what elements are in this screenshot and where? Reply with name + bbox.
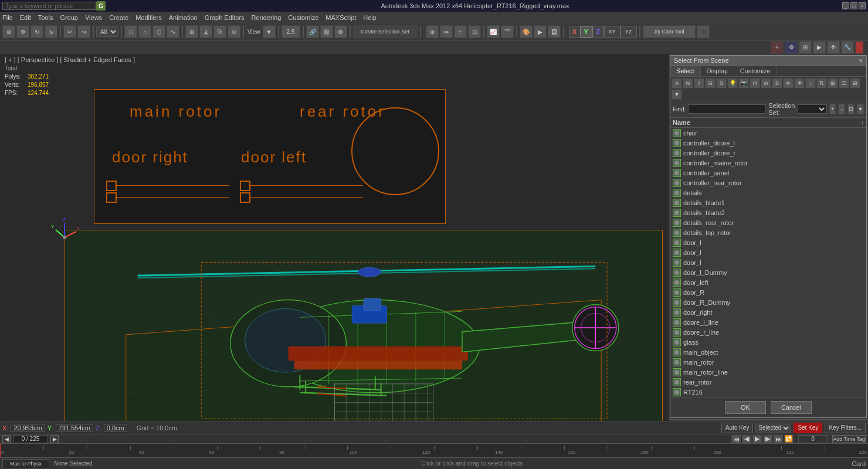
scene-item[interactable]: details_top_rotor <box>670 227 866 237</box>
maximize-button[interactable]: □ <box>850 2 857 9</box>
search-input[interactable] <box>2 2 96 10</box>
tb-shape[interactable]: S <box>716 78 727 89</box>
scene-item[interactable]: door_R <box>670 287 866 297</box>
undo-btn[interactable]: ↩ <box>63 25 76 38</box>
redo-btn[interactable]: ↪ <box>77 25 90 38</box>
sel-add-btn[interactable]: + <box>829 104 836 114</box>
sel-arrow-btn[interactable]: ▼ <box>857 104 864 114</box>
num-btn[interactable]: 2.5 <box>282 25 300 38</box>
toggle-btn[interactable]: ⊡ <box>468 25 481 38</box>
tb-helper[interactable]: H <box>750 78 760 89</box>
scene-item[interactable]: door_right <box>670 307 866 317</box>
create-panel-btn[interactable]: + <box>771 41 784 54</box>
lasso-btn[interactable]: ∿ <box>167 25 179 38</box>
render-btn[interactable]: ▶ <box>534 25 547 38</box>
scene-item[interactable]: door_l_Dummy <box>670 267 866 277</box>
heli-viewport[interactable] <box>65 230 663 428</box>
tb-freeze[interactable]: ❄ <box>783 78 794 89</box>
menu-graph-editors[interactable]: Graph Editors <box>205 14 245 21</box>
tb-list[interactable]: ☰ <box>839 78 849 89</box>
rotate-btn[interactable]: ↻ <box>30 25 43 38</box>
scene-item[interactable]: chair <box>670 128 866 138</box>
tb-none[interactable]: N <box>683 78 693 89</box>
close-button[interactable]: × <box>859 2 866 9</box>
tb-sort3[interactable]: ⊞ <box>828 78 838 89</box>
fence-btn[interactable]: ⬡ <box>152 25 165 38</box>
curve-btn[interactable]: 📈 <box>487 25 500 38</box>
tb-sort1[interactable]: ↕ <box>805 78 816 89</box>
scene-list[interactable]: chair controller_doore_l controller_door… <box>670 128 866 397</box>
sel-highlight-btn[interactable]: ⊡ <box>847 104 855 114</box>
tb-hide[interactable]: 👁 <box>794 78 805 89</box>
y-axis-btn[interactable]: Y <box>581 26 592 38</box>
menu-help[interactable]: Help <box>363 14 377 21</box>
menu-views[interactable]: Views <box>85 14 102 21</box>
frame-input[interactable]: 0 <box>798 435 828 443</box>
scene-item[interactable]: door_R_Dummy <box>670 297 866 307</box>
spinner-snap-btn[interactable]: ⊙ <box>228 25 240 38</box>
scene-item[interactable]: doore_r_line <box>670 327 866 337</box>
circle-btn[interactable]: ○ <box>138 25 151 38</box>
dope-btn[interactable]: 🎬 <box>501 25 514 38</box>
scene-item[interactable]: rear_rotor <box>670 377 866 387</box>
cam-tool-btn[interactable]: Jty Cam Tool <box>643 25 696 38</box>
scene-item[interactable]: RT216 <box>670 387 866 397</box>
tb-light[interactable]: 💡 <box>727 78 738 89</box>
menu-customize[interactable]: Customize <box>288 14 318 21</box>
scene-item[interactable]: door_l <box>670 247 866 257</box>
sel-sub-btn[interactable]: - <box>838 104 845 114</box>
scene-item[interactable]: controller_maine_rotor <box>670 158 866 168</box>
add-time-tag-btn[interactable]: Add Time Tag <box>832 435 866 443</box>
cancel-button[interactable]: Cancel <box>771 401 812 414</box>
tb-all[interactable]: A <box>672 78 682 89</box>
timeline-left-btn[interactable]: ◀ <box>2 435 11 443</box>
scene-item[interactable]: main_rotor <box>670 357 866 367</box>
tb-expand[interactable]: ⊞ <box>850 78 860 89</box>
tab-select[interactable]: Select <box>670 66 701 76</box>
ok-button[interactable]: OK <box>725 401 766 414</box>
select-btn[interactable]: ⊕ <box>2 25 15 38</box>
scene-item[interactable]: door_left <box>670 277 866 287</box>
scene-item[interactable]: details <box>670 188 866 198</box>
sel-set-dropdown[interactable] <box>798 104 827 114</box>
tab-customize[interactable]: Customize <box>734 66 777 76</box>
box-btn[interactable]: □ <box>124 25 137 38</box>
filter-dropdown[interactable]: All <box>96 26 118 37</box>
tb-cam[interactable]: 📷 <box>738 78 749 89</box>
play-end-btn[interactable]: ⏭ <box>774 435 783 443</box>
xy-axis-btn[interactable]: XY <box>604 26 621 38</box>
auto-key-btn[interactable]: Auto Key <box>721 423 754 433</box>
tab-display[interactable]: Display <box>701 66 734 76</box>
hierarchy-panel-btn[interactable]: ⊞ <box>799 41 812 54</box>
timeline-right-btn[interactable]: ▶ <box>50 435 59 443</box>
scale-btn[interactable]: ⇲ <box>45 25 57 38</box>
minimize-button[interactable]: _ <box>842 2 849 9</box>
tb-bone[interactable]: B <box>772 78 782 89</box>
named-sel-btn[interactable]: ⊕ <box>426 25 439 38</box>
unlink-btn[interactable]: ⛓ <box>320 25 333 38</box>
menu-file[interactable]: File <box>2 14 13 21</box>
scene-item[interactable]: controller_panel <box>670 168 866 178</box>
move-btn[interactable]: ✥ <box>16 25 29 38</box>
tb-geo[interactable]: G <box>705 78 716 89</box>
menu-create[interactable]: Create <box>109 14 128 21</box>
tb-sort2[interactable]: ⇅ <box>816 78 827 89</box>
key-filters-btn[interactable]: Key Filters... <box>825 423 866 433</box>
viewport-area[interactable]: [ + ] [ Perspective ] [ Shaded + Edged F… <box>0 54 669 434</box>
scene-item[interactable]: controller_doore_r <box>670 148 866 158</box>
menu-modifiers[interactable]: Modifiers <box>135 14 162 21</box>
selected-dropdown[interactable]: Selected <box>755 423 791 433</box>
play-btn[interactable]: ▶ <box>752 435 762 443</box>
motion-panel-btn[interactable]: ▶ <box>813 41 826 54</box>
tb-filter[interactable]: ▼ <box>672 89 682 100</box>
angle-snap-btn[interactable]: ∡ <box>199 25 212 38</box>
tb-space[interactable]: W <box>761 78 771 89</box>
menu-group[interactable]: Group <box>60 14 78 21</box>
max-to-physx-btn[interactable]: Max to Physx <box>2 459 49 468</box>
x-axis-btn[interactable]: X <box>569 26 581 38</box>
scene-item[interactable]: door_l <box>670 237 866 247</box>
scene-item[interactable]: details_blade2 <box>670 208 866 217</box>
menu-tools[interactable]: Tools <box>38 14 53 21</box>
next-frame-btn[interactable]: ▶ <box>763 435 772 443</box>
cam-icon-btn[interactable]: 🎥 <box>697 25 710 38</box>
